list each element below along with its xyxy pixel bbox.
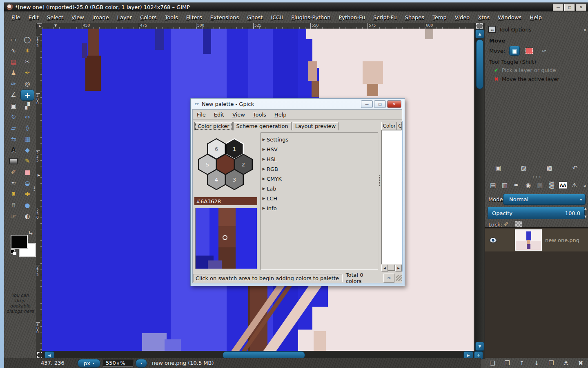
tool-perspective-clone[interactable]: ♖ xyxy=(7,200,20,211)
expander-lab[interactable]: ▶Lab xyxy=(261,184,378,193)
tool-zoom[interactable]: ◎ xyxy=(20,79,34,90)
menu-extensions[interactable]: Extensions xyxy=(206,13,243,22)
dock-collapse-icon[interactable]: ◂ xyxy=(583,27,586,32)
gradients-tab-icon[interactable]: ▒ xyxy=(547,181,557,190)
gpick-maximize-button[interactable]: ▢ xyxy=(374,100,386,108)
channels-tab-icon[interactable]: ▥ xyxy=(500,181,510,190)
scroll-down-button[interactable]: ▼ xyxy=(475,342,484,351)
tool-ellipse-select[interactable]: ◯ xyxy=(20,34,34,45)
dock-collapse-icon[interactable]: ◂ xyxy=(583,183,586,188)
save-preset-icon[interactable]: ▣ xyxy=(493,164,503,173)
tool-scissors-select[interactable]: ✂ xyxy=(20,56,34,67)
raise-layer-icon[interactable]: ↑ xyxy=(517,359,527,368)
expander-cmyk[interactable]: ▶CMYK xyxy=(261,174,378,184)
tool-move[interactable]: + xyxy=(20,90,34,101)
new-group-icon[interactable]: ❐ xyxy=(502,359,512,368)
menu-select[interactable]: Select xyxy=(43,13,67,22)
new-layer-icon[interactable]: ❏ xyxy=(488,359,497,368)
move-selection-button[interactable] xyxy=(524,46,535,56)
tool-clone[interactable]: ♜ xyxy=(7,189,20,200)
gpick-menu-tools[interactable]: Tools xyxy=(249,111,270,119)
expander-lch[interactable]: ▶LCH xyxy=(261,193,378,203)
close-button[interactable]: ✕ xyxy=(576,4,586,11)
error-console-tab-icon[interactable]: ⚠ xyxy=(570,181,579,190)
gpick-menu-help[interactable]: Help xyxy=(270,111,291,119)
palette-list-body[interactable] xyxy=(381,130,402,264)
brushes-tab-icon[interactable]: ◉ xyxy=(523,181,533,190)
resize-grip[interactable] xyxy=(396,275,402,281)
foreground-color-swatch[interactable] xyxy=(11,235,28,249)
menu-temp[interactable]: Temp xyxy=(428,13,451,22)
opacity-spinner[interactable]: ▲▼ xyxy=(584,207,588,218)
layers-tab-icon[interactable]: ▤ xyxy=(488,181,498,190)
tool-paths[interactable]: ✒ xyxy=(20,67,34,79)
menu-iccii[interactable]: ICCII xyxy=(267,13,287,22)
gpick-titlebar[interactable]: ✑ New palette - Gpick — ▢ ✕ xyxy=(191,99,405,109)
gpick-minimize-button[interactable]: — xyxy=(361,100,373,108)
horizontal-scrollbar[interactable]: ◀ ▶ ✛ xyxy=(42,351,483,359)
tool-shear[interactable]: ▱ xyxy=(7,123,20,134)
menu-script-fu[interactable]: Script-Fu xyxy=(369,13,401,22)
zoom-spinner[interactable]: ▲▼ xyxy=(117,361,119,365)
menu-plugins-python[interactable]: Plugins-Python xyxy=(287,13,334,22)
tool-rectangle-select[interactable]: ▭ xyxy=(7,34,20,45)
tool-blur-sharpen[interactable]: ● xyxy=(20,200,34,211)
tool-align[interactable]: ▣ xyxy=(7,101,20,112)
tool-airbrush[interactable]: ≈ xyxy=(7,178,20,189)
menu-filters[interactable]: Filters xyxy=(182,13,206,22)
vertical-scroll-thumb[interactable] xyxy=(476,39,483,89)
patterns-tab-icon[interactable]: ▩ xyxy=(535,181,545,190)
tab-layout-preview[interactable]: Layout preview xyxy=(292,122,339,130)
tool-ink[interactable]: ◒ xyxy=(20,178,34,189)
dock-tab-overflow-dots[interactable]: • • • xyxy=(485,175,588,179)
gpick-close-button[interactable]: ✕ xyxy=(387,100,401,108)
menu-image[interactable]: Image xyxy=(88,13,113,22)
menu-windows[interactable]: Windows xyxy=(494,13,526,22)
menu-edit[interactable]: Edit xyxy=(24,13,43,22)
palette-list[interactable]: Color C ◀ ▶ xyxy=(381,122,402,272)
palette-column-2[interactable]: C xyxy=(397,122,402,130)
menu-xtns[interactable]: Xtns xyxy=(474,13,494,22)
pattern-thumb-icon[interactable]: ▩ xyxy=(544,164,554,173)
menu-shapes[interactable]: Shapes xyxy=(401,13,429,22)
tool-measure[interactable]: ∠ xyxy=(7,90,20,101)
menu-python-fu[interactable]: Python-Fu xyxy=(334,13,369,22)
gpick-menu-edit[interactable]: Edit xyxy=(210,111,228,119)
vertical-ruler[interactable]: 175 200 225 250 275 300 ▶ xyxy=(36,29,42,351)
fonts-tab-icon[interactable]: AA xyxy=(559,182,567,189)
delete-layer-icon[interactable]: ✖ xyxy=(576,359,586,368)
tool-gradient[interactable] xyxy=(7,156,20,167)
tool-paintbrush[interactable]: ✐ xyxy=(7,167,20,178)
option-pick-layer[interactable]: ✔ Pick a layer or guide xyxy=(494,67,556,73)
layer-visibility-eye-icon[interactable] xyxy=(489,238,497,243)
scroll-up-button[interactable]: ▲ xyxy=(475,29,484,38)
paths-tab-icon[interactable]: ✒ xyxy=(512,181,521,190)
tool-heal[interactable]: ✚ xyxy=(20,189,34,200)
menu-layer[interactable]: Layer xyxy=(113,13,136,22)
tool-eraser[interactable]: ■ xyxy=(20,167,34,178)
mode-dropdown[interactable]: Normal ▾ xyxy=(503,194,586,205)
canvas-menu-chip[interactable] xyxy=(475,23,484,28)
layer-row[interactable]: new one.png xyxy=(485,229,588,251)
tool-fuzzy-select[interactable]: ✶ xyxy=(20,45,34,56)
menu-colors[interactable]: Colors xyxy=(136,13,161,22)
expander-hsv[interactable]: ▶HSV xyxy=(261,144,378,154)
menu-video[interactable]: Video xyxy=(451,13,474,22)
gpick-menu-view[interactable]: View xyxy=(228,111,249,119)
horizontal-ruler[interactable]: 450 475 500 525 550 575 600 ▼ xyxy=(42,23,474,29)
tool-flip[interactable]: ⇆ xyxy=(7,134,20,145)
palette-column-color[interactable]: Color xyxy=(381,122,397,130)
vertical-scrollbar[interactable]: ▲ ▼ xyxy=(475,29,484,351)
swap-colors-icon[interactable]: ⇆ xyxy=(29,230,33,236)
pane-splitter-handle[interactable]: ••• xyxy=(33,186,36,191)
tool-options-header[interactable]: ⚏ Tool Options xyxy=(488,26,532,33)
default-colors-icon[interactable] xyxy=(11,249,16,255)
anchor-layer-icon[interactable]: ⚓ xyxy=(561,359,571,368)
tool-text[interactable]: A xyxy=(7,145,20,156)
tool-scale[interactable]: ↔ xyxy=(20,112,34,123)
tool-perspective[interactable]: ◊ xyxy=(20,123,34,134)
expander-rgb[interactable]: ▶RGB xyxy=(261,164,378,174)
menu-tools[interactable]: Tools xyxy=(161,13,182,22)
expander-hsl[interactable]: ▶HSL xyxy=(261,154,378,164)
current-color-swatch[interactable]: #6A3628 xyxy=(194,197,257,205)
